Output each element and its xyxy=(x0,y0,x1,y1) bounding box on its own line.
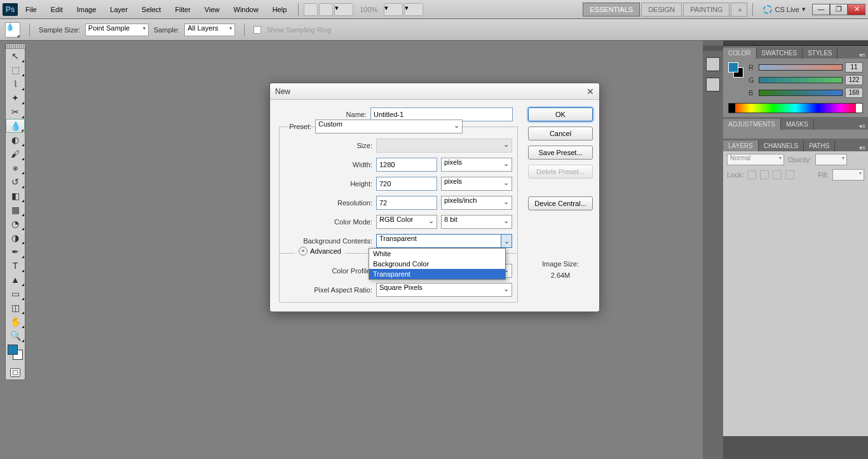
color-fg-bg-mini[interactable] xyxy=(728,62,745,79)
brush-tool[interactable]: 🖌 xyxy=(6,147,25,161)
r-slider[interactable] xyxy=(759,64,843,71)
workspace-painting[interactable]: PAINTING xyxy=(683,3,729,17)
bridge-icon[interactable] xyxy=(304,3,318,16)
minimize-button[interactable]: ― xyxy=(812,4,830,15)
panel-menu-icon[interactable]: ▾≡ xyxy=(857,123,868,130)
bg-contents-select[interactable]: Transparent xyxy=(376,234,512,248)
width-unit-select[interactable]: pixels xyxy=(441,158,512,172)
dodge-tool[interactable]: ◑ xyxy=(6,231,25,245)
blend-mode-select[interactable]: Normal xyxy=(727,154,784,165)
blur-tool[interactable]: ◔ xyxy=(6,217,25,231)
menu-image[interactable]: Image xyxy=(71,3,103,16)
b-slider[interactable] xyxy=(759,90,843,96)
panel-menu-icon[interactable]: ▾≡ xyxy=(857,144,868,151)
tab-layers[interactable]: LAYERS xyxy=(723,140,759,151)
g-slider[interactable] xyxy=(759,77,843,83)
lock-all-icon[interactable] xyxy=(785,170,794,179)
fill-input[interactable] xyxy=(832,169,864,181)
crop-tool[interactable]: ✂ xyxy=(6,105,25,119)
path-select-tool[interactable]: ▲ xyxy=(6,273,25,287)
tab-color[interactable]: COLOR xyxy=(723,48,757,58)
cancel-button[interactable]: Cancel xyxy=(528,127,593,140)
lock-position-icon[interactable] xyxy=(773,170,782,179)
foreground-background-colors[interactable] xyxy=(6,343,25,366)
save-preset-button[interactable]: Save Preset... xyxy=(528,146,593,160)
gradient-tool[interactable]: ▦ xyxy=(6,203,25,217)
sample-size-select[interactable]: Point Sample xyxy=(85,24,149,36)
wand-tool[interactable]: ✦ xyxy=(6,91,25,105)
colormode-select[interactable]: RGB Color xyxy=(376,215,437,229)
tab-swatches[interactable]: SWATCHES xyxy=(757,48,803,58)
history-panel-icon[interactable] xyxy=(706,78,720,92)
workspace-essentials[interactable]: ESSENTIALS xyxy=(583,3,640,17)
tab-paths[interactable]: PATHS xyxy=(804,140,835,151)
marquee-tool[interactable]: ⬚ xyxy=(6,63,25,77)
history-brush-tool[interactable]: ↺ xyxy=(6,175,25,189)
opacity-input[interactable] xyxy=(815,154,847,165)
type-tool[interactable]: T xyxy=(6,259,25,273)
tab-adjustments[interactable]: ADJUSTMENTS xyxy=(723,119,781,130)
sample-select[interactable]: All Layers xyxy=(184,24,235,36)
tab-masks[interactable]: MASKS xyxy=(781,119,814,130)
zoom-level[interactable]: 100% xyxy=(355,6,383,13)
bg-option-transparent[interactable]: Transparent xyxy=(369,269,505,279)
current-tool-icon[interactable]: 💧 xyxy=(5,22,20,38)
zoom-tool[interactable]: 🔍 xyxy=(6,329,25,343)
dialog-close-button[interactable]: ✕ xyxy=(587,86,594,97)
menu-file[interactable]: File xyxy=(19,3,43,16)
dock-grip[interactable] xyxy=(703,46,723,51)
menu-view[interactable]: View xyxy=(198,3,226,16)
dock-grip[interactable] xyxy=(723,41,868,46)
3d-tool[interactable]: ◫ xyxy=(6,301,25,315)
menu-help[interactable]: Help xyxy=(266,3,294,16)
b-value[interactable]: 168 xyxy=(845,88,863,98)
screen-mode-icon[interactable]: ▾ xyxy=(404,3,423,16)
device-central-button[interactable]: Device Central... xyxy=(528,196,593,210)
tab-styles[interactable]: STYLES xyxy=(803,48,837,58)
eyedropper-tool[interactable]: 💧 xyxy=(6,119,25,133)
resolution-input[interactable] xyxy=(376,196,437,210)
preset-select[interactable]: Custom xyxy=(315,120,463,134)
resolution-unit-select[interactable]: pixels/inch xyxy=(441,196,512,210)
palette-grip[interactable] xyxy=(6,44,25,49)
close-button[interactable]: ✕ xyxy=(848,4,865,15)
menu-window[interactable]: Window xyxy=(227,3,265,16)
stamp-tool[interactable]: ⎈ xyxy=(6,161,25,175)
shape-tool[interactable]: ▭ xyxy=(6,287,25,301)
arrange-docs-icon[interactable]: ▾ xyxy=(384,3,403,16)
height-input[interactable] xyxy=(376,177,437,191)
advanced-toggle[interactable]: « Advanced xyxy=(295,247,345,256)
ok-button[interactable]: OK xyxy=(528,107,593,121)
r-value[interactable]: 11 xyxy=(845,62,863,72)
menu-layer[interactable]: Layer xyxy=(104,3,134,16)
tab-channels[interactable]: CHANNELS xyxy=(759,140,804,151)
width-input[interactable] xyxy=(376,158,437,172)
maximize-button[interactable]: ❐ xyxy=(830,4,848,15)
lock-transparent-icon[interactable] xyxy=(747,170,756,179)
move-tool[interactable]: ↖ xyxy=(6,49,25,63)
dialog-titlebar[interactable]: New ✕ xyxy=(270,83,599,100)
g-value[interactable]: 122 xyxy=(845,75,863,85)
foreground-color-swatch[interactable] xyxy=(8,345,18,355)
lasso-tool[interactable]: ⌇ xyxy=(6,77,25,91)
pen-tool[interactable]: ✒ xyxy=(6,245,25,259)
workspace-more[interactable]: » xyxy=(731,3,747,17)
menu-edit[interactable]: Edit xyxy=(44,3,69,16)
bitdepth-select[interactable]: 8 bit xyxy=(441,215,512,229)
lock-pixels-icon[interactable] xyxy=(760,170,769,179)
menu-filter[interactable]: Filter xyxy=(168,3,196,16)
quick-mask-toggle[interactable] xyxy=(6,366,25,380)
minibridge-panel-icon[interactable] xyxy=(706,57,720,71)
bg-option-background-color[interactable]: Background Color xyxy=(369,259,505,269)
minibridge-icon[interactable] xyxy=(319,3,333,16)
cslive-button[interactable]: CS Live ▾ xyxy=(758,5,811,14)
height-unit-select[interactable]: pixels xyxy=(441,177,512,191)
panel-menu-icon[interactable]: ▾≡ xyxy=(857,51,868,58)
menu-select[interactable]: Select xyxy=(135,3,168,16)
show-ring-checkbox[interactable] xyxy=(254,26,261,34)
workspace-design[interactable]: DESIGN xyxy=(641,3,682,17)
hand-tool[interactable]: ✋ xyxy=(6,315,25,329)
color-spectrum[interactable] xyxy=(728,103,863,113)
healing-tool[interactable]: ◐ xyxy=(6,133,25,147)
bg-option-white[interactable]: White xyxy=(369,249,505,259)
